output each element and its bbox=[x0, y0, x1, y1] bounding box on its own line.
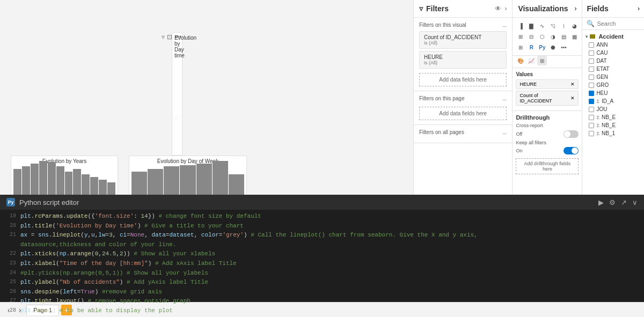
code-line-22: 22 plt.xticks(np.arange(0,24.5,2)) # Sho… bbox=[6, 249, 638, 259]
field-checkbox-heu[interactable] bbox=[589, 91, 594, 96]
viz-analytics-icon[interactable]: 📈 bbox=[526, 56, 536, 65]
viz-line-icon[interactable]: ∿ bbox=[537, 21, 547, 31]
bar-item bbox=[65, 172, 73, 195]
viz-treemap-icon[interactable]: ⊟ bbox=[526, 32, 536, 41]
cross-report-toggle[interactable] bbox=[564, 130, 579, 138]
chart-top: Evolution by Day time 0 5 10 15 20 25 0 … bbox=[172, 32, 182, 156]
close-icon[interactable]: ✕ bbox=[570, 82, 575, 87]
field-checkbox-gro[interactable] bbox=[589, 83, 594, 88]
svg-text:20: 20 bbox=[180, 118, 180, 119]
viz-py-icon[interactable]: Py bbox=[537, 42, 547, 52]
code-line-26: 26 sns.despine(left=True) #remove grid a… bbox=[6, 287, 638, 297]
field-item-heu[interactable]: HEU bbox=[586, 89, 641, 97]
field-item-gro[interactable]: GRO bbox=[586, 81, 641, 89]
svg-text:16: 16 bbox=[179, 118, 179, 119]
add-data-visual-button[interactable]: Add data fields here bbox=[419, 73, 507, 86]
viz-bar-icon[interactable]: ▐ bbox=[516, 21, 525, 31]
field-checkbox-nbe2[interactable] bbox=[589, 123, 594, 128]
add-drillthrough-button[interactable]: Add drillthrough fields here bbox=[516, 158, 579, 174]
viz-chevron-icon[interactable]: › bbox=[574, 5, 576, 12]
viz-funnel-icon[interactable]: ⬡ bbox=[537, 32, 547, 41]
viz-gauge-icon[interactable]: ◑ bbox=[548, 32, 558, 41]
filter-item-2[interactable]: HEURE is (All) bbox=[419, 51, 507, 69]
bar-item bbox=[148, 169, 163, 195]
search-input[interactable] bbox=[597, 20, 640, 27]
python-icon: Py bbox=[6, 198, 15, 207]
fields-chevron-icon[interactable]: › bbox=[638, 5, 640, 12]
keep-filters-toggle[interactable] bbox=[564, 147, 579, 154]
add-data-page-button[interactable]: Add data fields here bbox=[419, 107, 507, 120]
sigma-icon-nbe1: Σ bbox=[596, 115, 599, 120]
bar-item bbox=[56, 166, 64, 195]
field-item-nb1[interactable]: Σ NB_1 bbox=[586, 129, 641, 137]
run-button[interactable]: ▶ bbox=[598, 198, 604, 207]
chart-bottom-left: Evolution by Years bbox=[11, 156, 118, 195]
field-item-jou[interactable]: JOU bbox=[586, 105, 641, 113]
viz-table-icon[interactable]: ▦ bbox=[569, 32, 579, 41]
filters-title: ▿ Filters bbox=[419, 4, 449, 13]
chevron-down-icon: ▾ bbox=[586, 34, 588, 39]
search-box: 🔍 bbox=[582, 18, 644, 30]
svg-text:10: 10 bbox=[177, 118, 177, 119]
field-checkbox-dat[interactable] bbox=[589, 58, 594, 64]
python-editor-title: Python script editor bbox=[19, 198, 79, 207]
viz-ai-icon[interactable]: ⬣ bbox=[548, 42, 558, 52]
viz-format-icon[interactable]: 🎨 bbox=[516, 56, 525, 65]
field-checkbox-jou[interactable] bbox=[589, 107, 594, 112]
filter-icon[interactable]: ▿ bbox=[162, 33, 165, 41]
code-line-21: 21 ax = sns.lineplot(y,u,lw=3, ci=None, … bbox=[6, 231, 638, 240]
viz-card-icon[interactable]: ▤ bbox=[559, 32, 568, 41]
code-line-25: 25 plt.ylabel("Nb of accidents") # Add y… bbox=[6, 278, 638, 287]
close-icon[interactable]: ✕ bbox=[570, 95, 575, 101]
field-checkbox-cau[interactable] bbox=[589, 50, 594, 56]
field-item-ann[interactable]: ANN bbox=[586, 41, 641, 49]
field-item-nbe2[interactable]: Σ NB_E bbox=[586, 121, 641, 129]
svg-text:8: 8 bbox=[176, 118, 177, 119]
on-all-more[interactable]: ... bbox=[502, 129, 507, 135]
field-item-nbe1[interactable]: Σ NB_E bbox=[586, 113, 641, 121]
viz-pie-icon[interactable]: ◕ bbox=[569, 21, 579, 31]
focus-icon[interactable]: ⊡ bbox=[167, 33, 172, 41]
svg-text:2: 2 bbox=[174, 118, 174, 119]
filters-on-page-section: Filters on this page ... Add data fields… bbox=[414, 91, 512, 125]
viz-field-icon[interactable]: ⊞ bbox=[537, 56, 547, 65]
more-icon[interactable]: ••• bbox=[174, 33, 181, 41]
code-line-21b: datasource,thickness and color of your l… bbox=[6, 240, 638, 250]
field-checkbox-nb1[interactable] bbox=[589, 131, 594, 136]
viz-more-icon[interactable]: ••• bbox=[559, 42, 568, 52]
field-item-dat[interactable]: DAT bbox=[586, 57, 641, 65]
expand-icon[interactable]: ↗ bbox=[621, 198, 627, 207]
viz-scatter-icon[interactable]: ⁞ bbox=[559, 21, 568, 31]
field-item-ida[interactable]: Σ ID_A bbox=[586, 97, 641, 105]
eye-icon[interactable]: 👁 bbox=[495, 5, 501, 12]
field-item-etat[interactable]: ETAT bbox=[586, 65, 641, 73]
fields-group-header[interactable]: ▾ Accident bbox=[586, 32, 641, 41]
viz-r-icon[interactable]: R bbox=[526, 42, 536, 52]
field-item-cau[interactable]: CAU bbox=[586, 49, 641, 57]
field-checkbox-gen[interactable] bbox=[589, 75, 594, 80]
viz-area-icon[interactable]: ◹ bbox=[548, 21, 558, 31]
viz-map-icon[interactable]: ⊞ bbox=[516, 32, 525, 41]
chevron-right-icon[interactable]: › bbox=[504, 5, 507, 12]
settings-icon[interactable]: ⚙ bbox=[609, 198, 616, 207]
filter-item-1[interactable]: Count of ID_ACCIDENT is (All) bbox=[419, 31, 507, 49]
code-line-19: 19 plt.rcParams.update({'font.size': 14}… bbox=[6, 212, 638, 222]
collapse-icon[interactable]: ∨ bbox=[632, 198, 638, 207]
svg-text:6: 6 bbox=[175, 118, 175, 119]
field-checkbox-etat[interactable] bbox=[589, 67, 594, 72]
on-page-more[interactable]: ... bbox=[502, 95, 507, 101]
field-checkbox-ann[interactable] bbox=[589, 42, 594, 48]
cross-report-value: Off bbox=[516, 131, 522, 137]
viz-value-chip-1[interactable]: HEURE ✕ bbox=[516, 79, 579, 89]
viz-matrix-icon[interactable]: ⊞ bbox=[516, 42, 525, 52]
chart-bottom-mid: Evolution by Day of Week bbox=[129, 156, 247, 195]
svg-text:14: 14 bbox=[178, 118, 179, 119]
field-checkbox-ida[interactable] bbox=[589, 99, 594, 104]
drillthrough-label: Drillthrough bbox=[516, 114, 579, 121]
on-visual-more[interactable]: ... bbox=[502, 22, 507, 28]
viz-column-icon[interactable]: ▇ bbox=[526, 21, 536, 31]
keep-filters-value: On bbox=[516, 148, 522, 153]
field-item-gen[interactable]: GEN bbox=[586, 73, 641, 81]
field-checkbox-nbe1[interactable] bbox=[589, 115, 594, 120]
viz-value-chip-2[interactable]: Count of ID_ACCIDENT ✕ bbox=[516, 91, 579, 106]
